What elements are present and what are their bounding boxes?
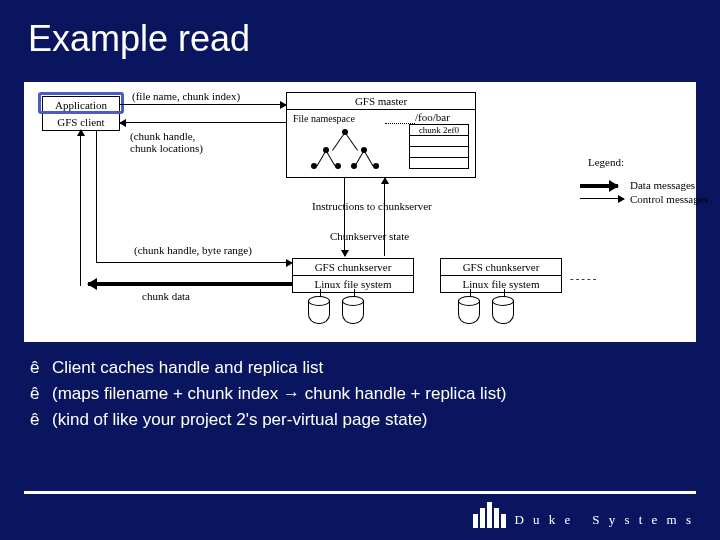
- disk-icon: [492, 296, 514, 324]
- disk-connector: [470, 289, 471, 297]
- bullet-item: ê (maps filename + chunk index → chunk h…: [30, 384, 690, 404]
- client-down-line: [96, 130, 97, 262]
- brand-text-duke: D u k e: [514, 512, 573, 527]
- response-arrow: [120, 122, 286, 123]
- state-label: Chunkserver state: [330, 230, 409, 242]
- chunk-data-arrow: [88, 282, 292, 286]
- bullet-char: ê: [30, 384, 52, 404]
- chunkserver-box-2: GFS chunkserver Linux file system: [440, 258, 562, 293]
- brand-text-systems: S y s t e m s: [592, 512, 694, 527]
- request-arrow: [120, 104, 286, 105]
- instructions-label: Instructions to chunkserver: [312, 200, 432, 212]
- disk-connector: [504, 289, 505, 297]
- bullet-text: (maps filename + chunk index → chunk han…: [52, 384, 507, 404]
- slide-title: Example read: [0, 0, 720, 66]
- bullet-item: ê Client caches handle and replica list: [30, 358, 690, 378]
- bullet-text: Client caches handle and replica list: [52, 358, 323, 378]
- bullet-item: ê (kind of like your project 2's per-vir…: [30, 410, 690, 430]
- application-label: Application: [43, 97, 119, 113]
- legend-data-arrow-icon: [580, 184, 618, 188]
- client-up-line: [80, 130, 81, 286]
- byte-range-label: (chunk handle, byte range): [134, 244, 252, 256]
- disk-connector: [354, 289, 355, 297]
- gfs-master-box: GFS master File namespace /foo/bar chunk…: [286, 92, 476, 178]
- linux-fs-label-1: Linux file system: [293, 275, 413, 292]
- legend-ctrl-arrow-icon: [580, 198, 624, 199]
- chunkserver-title-2: GFS chunkserver: [441, 259, 561, 275]
- gfs-architecture-diagram: Application GFS client GFS master File n…: [24, 82, 696, 342]
- chunk-data-label: chunk data: [142, 290, 190, 302]
- chunkserver-box-1: GFS chunkserver Linux file system: [292, 258, 414, 293]
- disk-icon: [458, 296, 480, 324]
- ellipsis-icon: -----: [570, 272, 598, 284]
- instructions-arrow: [344, 178, 345, 256]
- gfs-client-label: GFS client: [43, 113, 119, 130]
- legend-data-label: Data messages: [630, 179, 695, 191]
- client-box: Application GFS client: [42, 96, 120, 131]
- read-request-arrow: [96, 262, 292, 263]
- linux-fs-label-2: Linux file system: [441, 275, 561, 292]
- chapel-icon: [473, 502, 506, 528]
- footer-divider: [24, 491, 696, 494]
- bullet-list: ê Client caches handle and replica list …: [30, 358, 690, 430]
- path-label: /foo/bar: [415, 111, 450, 123]
- legend-title: Legend:: [588, 156, 624, 168]
- bullet-char: ê: [30, 358, 52, 378]
- disk-icon: [308, 296, 330, 324]
- legend-ctrl-label: Control messages: [630, 193, 708, 205]
- disk-icon: [342, 296, 364, 324]
- state-arrow: [384, 178, 385, 256]
- response-label-2: chunk locations): [130, 142, 203, 154]
- gfs-master-title: GFS master: [287, 93, 475, 110]
- chunkserver-title-1: GFS chunkserver: [293, 259, 413, 275]
- chunk-map: chunk 2ef0: [409, 125, 469, 169]
- bullet-text: (kind of like your project 2's per-virtu…: [52, 410, 428, 430]
- duke-systems-logo: D u k e S y s t e m s: [473, 502, 694, 528]
- disk-connector: [320, 289, 321, 297]
- request-label: (file name, chunk index): [132, 90, 240, 102]
- namespace-tree-icon: [305, 129, 385, 175]
- response-label-1: (chunk handle,: [130, 130, 195, 142]
- bullet-char: ê: [30, 410, 52, 430]
